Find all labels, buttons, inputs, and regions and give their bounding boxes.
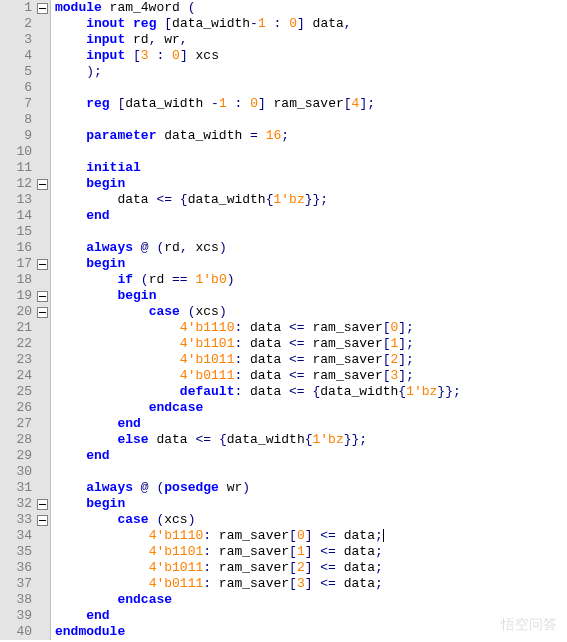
- code-line[interactable]: endmodule: [55, 624, 567, 640]
- code-line[interactable]: case (xcs): [55, 512, 567, 528]
- code-line[interactable]: begin: [55, 288, 567, 304]
- code-line[interactable]: [55, 144, 567, 160]
- code-line[interactable]: input [3 : 0] xcs: [55, 48, 567, 64]
- token-kw: end: [86, 448, 109, 463]
- token-id: [55, 448, 86, 463]
- code-line[interactable]: data <= {data_width{1'bz}};: [55, 192, 567, 208]
- token-num: 4'b1011: [180, 352, 235, 367]
- gutter-line: 24: [0, 368, 50, 384]
- code-line[interactable]: reg [data_width -1 : 0] ram_saver[4];: [55, 96, 567, 112]
- token-kw: posedge: [164, 480, 219, 495]
- code-line[interactable]: );: [55, 64, 567, 80]
- token-id: data: [305, 16, 344, 31]
- token-id: ram_saver: [305, 368, 383, 383]
- fold-spacer: [36, 402, 48, 414]
- token-op: [: [289, 560, 297, 575]
- code-line[interactable]: 4'b0111: data <= ram_saver[3];: [55, 368, 567, 384]
- token-id: [55, 272, 117, 287]
- line-number: 26: [6, 400, 32, 416]
- token-id: data_width: [125, 96, 211, 111]
- token-op: (: [188, 0, 196, 15]
- code-line[interactable]: end: [55, 416, 567, 432]
- token-id: [55, 32, 86, 47]
- code-area[interactable]: module ram_4word ( inout reg [data_width…: [51, 0, 567, 640]
- code-line[interactable]: 4'b1101: data <= ram_saver[1];: [55, 336, 567, 352]
- fold-minus-icon[interactable]: [36, 290, 48, 302]
- code-line[interactable]: inout reg [data_width-1 : 0] data,: [55, 16, 567, 32]
- code-line[interactable]: endcase: [55, 400, 567, 416]
- code-line[interactable]: end: [55, 208, 567, 224]
- line-number: 6: [6, 80, 32, 96]
- code-line[interactable]: [55, 80, 567, 96]
- token-kw: endcase: [117, 592, 172, 607]
- token-id: [55, 160, 86, 175]
- code-line[interactable]: 4'b1110: ram_saver[0] <= data;: [55, 528, 567, 544]
- gutter-line: 25: [0, 384, 50, 400]
- code-line[interactable]: parameter data_width = 16;: [55, 128, 567, 144]
- code-line[interactable]: module ram_4word (: [55, 0, 567, 16]
- token-id: data: [55, 192, 156, 207]
- token-num: 4'b1110: [149, 528, 204, 543]
- code-line[interactable]: input rd, wr,: [55, 32, 567, 48]
- line-number: 23: [6, 352, 32, 368]
- token-id: xcs: [195, 304, 218, 319]
- line-number: 16: [6, 240, 32, 256]
- line-number: 4: [6, 48, 32, 64]
- token-op: ): [242, 480, 250, 495]
- fold-minus-icon[interactable]: [36, 306, 48, 318]
- token-op: ,: [180, 32, 188, 47]
- fold-minus-icon[interactable]: [36, 498, 48, 510]
- code-line[interactable]: initial: [55, 160, 567, 176]
- token-kw: always: [86, 240, 133, 255]
- code-line[interactable]: 4'b1011: ram_saver[2] <= data;: [55, 560, 567, 576]
- token-op: <=: [320, 544, 336, 559]
- token-op: ;: [375, 528, 383, 543]
- gutter-line: 1: [0, 0, 50, 16]
- token-id: [55, 304, 149, 319]
- token-id: ram_saver: [211, 544, 289, 559]
- code-line[interactable]: [55, 464, 567, 480]
- code-line[interactable]: 4'b1011: data <= ram_saver[2];: [55, 352, 567, 368]
- code-line[interactable]: always @ (rd, xcs): [55, 240, 567, 256]
- code-line[interactable]: default: data <= {data_width{1'bz}};: [55, 384, 567, 400]
- token-op: =: [250, 128, 258, 143]
- code-line[interactable]: end: [55, 448, 567, 464]
- fold-minus-icon[interactable]: [36, 514, 48, 526]
- gutter-line: 38: [0, 592, 50, 608]
- gutter-line: 33: [0, 512, 50, 528]
- token-id: data_width: [320, 384, 398, 399]
- code-line[interactable]: always @ (posedge wr): [55, 480, 567, 496]
- token-id: [164, 48, 172, 63]
- token-op: {: [219, 432, 227, 447]
- code-line[interactable]: 4'b1110: data <= ram_saver[0];: [55, 320, 567, 336]
- code-line[interactable]: begin: [55, 496, 567, 512]
- line-number: 30: [6, 464, 32, 480]
- code-line[interactable]: 4'b1101: ram_saver[1] <= data;: [55, 544, 567, 560]
- code-editor[interactable]: 1234567891011121314151617181920212223242…: [0, 0, 567, 640]
- fold-minus-icon[interactable]: [36, 2, 48, 14]
- token-id: [55, 432, 117, 447]
- token-id: [55, 240, 86, 255]
- code-line[interactable]: endcase: [55, 592, 567, 608]
- token-op: {: [398, 384, 406, 399]
- gutter-line: 32: [0, 496, 50, 512]
- code-line[interactable]: begin: [55, 176, 567, 192]
- fold-spacer: [36, 562, 48, 574]
- code-line[interactable]: case (xcs): [55, 304, 567, 320]
- token-op: ]: [305, 560, 313, 575]
- token-id: [172, 192, 180, 207]
- fold-minus-icon[interactable]: [36, 258, 48, 270]
- token-op: [: [383, 352, 391, 367]
- code-line[interactable]: 4'b0111: ram_saver[3] <= data;: [55, 576, 567, 592]
- fold-minus-icon[interactable]: [36, 178, 48, 190]
- code-line[interactable]: if (rd == 1'b0): [55, 272, 567, 288]
- code-line[interactable]: else data <= {data_width{1'bz}};: [55, 432, 567, 448]
- code-line[interactable]: end: [55, 608, 567, 624]
- code-line[interactable]: [55, 224, 567, 240]
- token-kw: end: [117, 416, 140, 431]
- code-line[interactable]: begin: [55, 256, 567, 272]
- line-number: 40: [6, 624, 32, 640]
- code-line[interactable]: [55, 112, 567, 128]
- token-id: [55, 288, 117, 303]
- gutter: 1234567891011121314151617181920212223242…: [0, 0, 51, 640]
